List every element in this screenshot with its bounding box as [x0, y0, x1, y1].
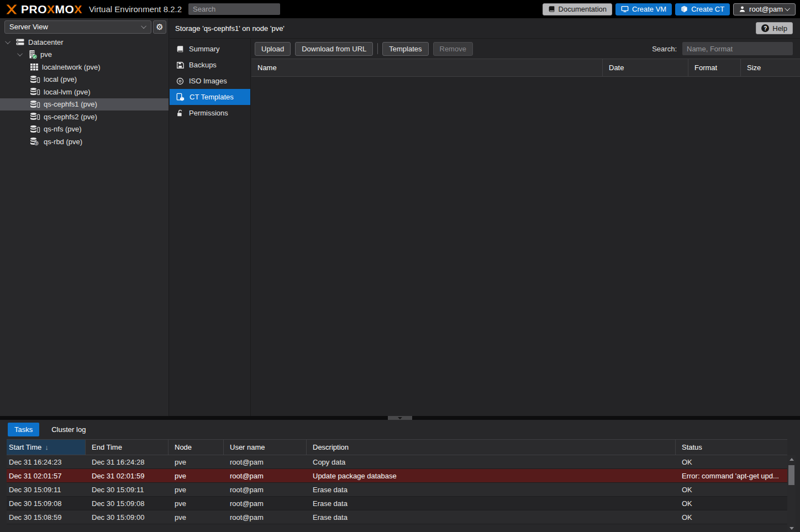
column-header-format[interactable]: Format: [688, 59, 741, 76]
ct-templates-panel: Upload Download from URL Templates Remov…: [251, 39, 800, 416]
chevron-down-icon: [141, 23, 146, 29]
collapse-chevron-icon[interactable]: [17, 52, 24, 56]
brand-text: PROXMOX: [21, 3, 82, 15]
tree-item-local-lvm[interactable]: local-lvm (pve): [0, 86, 169, 98]
column-header-status[interactable]: Status: [676, 440, 787, 455]
version-text: Virtual Environment 8.2.2: [89, 4, 182, 14]
question-icon: ?: [761, 24, 769, 32]
menu-item-permissions[interactable]: Permissions: [170, 105, 250, 121]
tree-item-datacenter[interactable]: Datacenter: [0, 36, 169, 49]
storage-database-icon: [30, 112, 40, 121]
status-text: OK: [676, 513, 787, 522]
create-vm-button[interactable]: Create VM: [615, 3, 672, 15]
sidebar-header: Server View ⚙: [0, 18, 169, 35]
status-text: OK: [676, 458, 787, 466]
upload-button[interactable]: Upload: [255, 42, 291, 56]
menu-item-iso-images[interactable]: ISO Images: [170, 73, 250, 89]
splitter-handle[interactable]: [388, 416, 412, 420]
menu-item-backups[interactable]: Backups: [170, 57, 250, 73]
templates-table-body-empty: [251, 77, 800, 412]
cube-icon: [681, 6, 688, 13]
tab-tasks[interactable]: Tasks: [8, 423, 39, 436]
status-text: Error: command 'apt-get upd...: [676, 472, 787, 480]
help-button[interactable]: ? Help: [756, 22, 793, 34]
tree-item-localnetwork[interactable]: localnetwork (pve): [0, 61, 169, 73]
column-header-date[interactable]: Date: [603, 59, 688, 76]
search-label: Search:: [652, 45, 677, 53]
settings-gear-button[interactable]: ⚙: [153, 20, 166, 34]
collapse-triangle-icon: [398, 417, 402, 419]
storage-database-icon: [30, 75, 40, 84]
menu-item-summary[interactable]: Summary: [170, 41, 250, 57]
tree-item-qs-rbd[interactable]: ? qs-rbd (pve): [0, 135, 169, 148]
status-text: OK: [676, 499, 787, 508]
template-filter-input[interactable]: [682, 42, 793, 55]
svg-text:?: ?: [35, 141, 38, 145]
task-row[interactable]: Dec 30 15:09:08 Dec 30 15:09:08 pve root…: [7, 497, 787, 510]
unlock-icon: [176, 109, 184, 117]
floppy-icon: [176, 61, 184, 69]
user-menu-button[interactable]: root@pam: [733, 3, 796, 15]
collapse-chevron-icon[interactable]: [4, 40, 12, 44]
task-row[interactable]: Dec 30 15:08:59 Dec 30 15:09:00 pve root…: [7, 510, 787, 524]
column-header-end-time[interactable]: End Time: [86, 440, 169, 455]
page-title: Storage 'qs-cephfs1' on node 'pve': [175, 24, 285, 33]
tasks-table: Start Time ↓ End Time Node User name Des…: [7, 439, 787, 524]
network-grid-icon: [30, 62, 39, 71]
status-text: OK: [676, 486, 787, 494]
datacenter-server-icon: [15, 38, 25, 46]
task-row-error[interactable]: Dec 31 02:01:57 Dec 31 02:01:59 pve root…: [7, 469, 787, 483]
menu-item-ct-templates[interactable]: CT Templates: [170, 89, 250, 105]
scrollbar-thumb[interactable]: [788, 465, 794, 485]
bottom-tabs: Tasks Cluster log: [0, 420, 800, 439]
tasks-panel: Tasks Cluster log Start Time ↓ End Time …: [0, 420, 800, 532]
scroll-up-button[interactable]: [787, 455, 796, 463]
disc-icon: [176, 77, 184, 85]
resource-tree: Datacenter pve localnetwork (pve) local …: [0, 35, 169, 416]
tab-cluster-log[interactable]: Cluster log: [45, 423, 92, 436]
tasks-scrollbar[interactable]: [787, 455, 796, 532]
column-header-node[interactable]: Node: [169, 440, 224, 455]
content-header: Storage 'qs-cephfs1' on node 'pve' ? Hel…: [170, 18, 800, 39]
top-bar: PROXMOX Virtual Environment 8.2.2 Docume…: [0, 0, 800, 18]
book-icon: [176, 45, 184, 53]
global-search-input[interactable]: [188, 3, 280, 15]
tree-item-pve[interactable]: pve: [0, 49, 169, 61]
node-building-icon: [28, 50, 37, 59]
tree-item-local[interactable]: local (pve): [0, 73, 169, 86]
storage-database-icon: [30, 125, 40, 134]
monitor-icon: [621, 6, 629, 13]
sort-descending-icon: ↓: [45, 443, 49, 451]
tree-item-qs-nfs[interactable]: qs-nfs (pve): [0, 123, 169, 136]
remove-button[interactable]: Remove: [433, 42, 473, 56]
storage-menu: Summary Backups ISO Images CT Templates …: [170, 39, 251, 416]
user-icon: [739, 6, 746, 13]
arrow-up-icon: [790, 458, 794, 461]
templates-button[interactable]: Templates: [382, 42, 428, 56]
view-selector[interactable]: Server View: [4, 20, 151, 34]
proxmox-logo: PROXMOX Virtual Environment 8.2.2: [4, 3, 182, 16]
storage-database-icon: [30, 100, 40, 109]
panel-splitter: [0, 416, 800, 420]
column-header-size[interactable]: Size: [741, 59, 800, 76]
task-row[interactable]: Dec 31 16:24:23 Dec 31 16:24:28 pve root…: [7, 455, 787, 469]
storage-database-icon: [30, 87, 40, 96]
documentation-button[interactable]: Documentation: [543, 3, 612, 15]
download-from-url-button[interactable]: Download from URL: [295, 42, 373, 56]
tree-item-qs-cephfs2[interactable]: qs-cephfs2 (pve): [0, 110, 169, 123]
create-ct-button[interactable]: Create CT: [675, 3, 730, 15]
template-file-cube-icon: [176, 93, 185, 101]
tasks-table-header: Start Time ↓ End Time Node User name Des…: [7, 439, 787, 455]
column-header-description[interactable]: Description: [307, 440, 676, 455]
toolbar-separator: [377, 43, 378, 54]
book-icon: [548, 6, 555, 13]
scroll-down-button[interactable]: [787, 524, 796, 532]
arrow-down-icon: [790, 527, 794, 530]
chevron-down-icon: [785, 6, 790, 11]
storage-database-question-icon: ?: [30, 137, 40, 146]
task-row[interactable]: Dec 30 15:09:11 Dec 30 15:09:11 pve root…: [7, 483, 787, 497]
column-header-start-time[interactable]: Start Time ↓: [7, 440, 86, 455]
column-header-name[interactable]: Name: [251, 59, 603, 76]
tree-item-qs-cephfs1[interactable]: qs-cephfs1 (pve): [0, 98, 169, 111]
column-header-user-name[interactable]: User name: [224, 440, 307, 455]
